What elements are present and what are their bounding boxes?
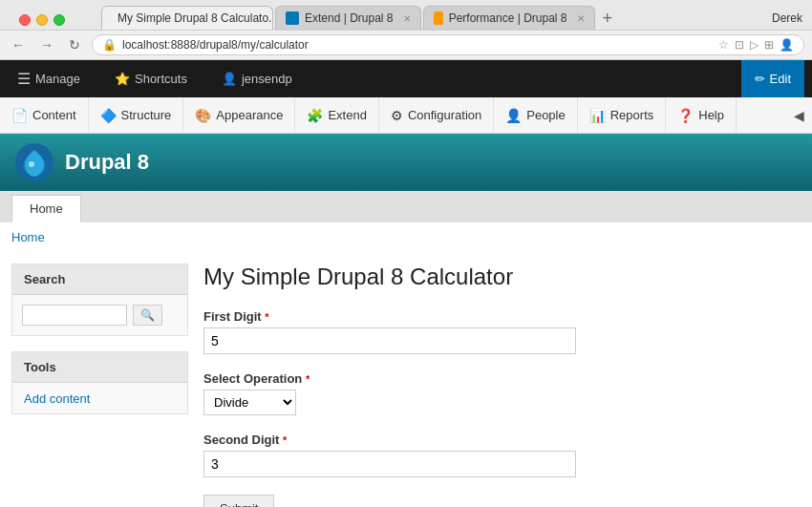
first-digit-group: First Digit * (203, 309, 801, 354)
tab-favicon-2 (286, 11, 299, 25)
nav-appearance[interactable]: 🎨 Appearance (183, 97, 295, 133)
main-content: My Simple Drupal 8 Calculator First Digi… (203, 264, 801, 507)
tab-close-2[interactable]: ✕ (403, 13, 411, 24)
account-icon[interactable]: 👤 (780, 38, 794, 52)
nav-content[interactable]: 📄 Content (0, 97, 89, 133)
manage-label: Manage (35, 72, 80, 86)
bookmark-icon[interactable]: ☆ (718, 38, 729, 52)
lock-icon: 🔒 (102, 38, 117, 52)
second-digit-input[interactable] (203, 451, 576, 477)
svg-point-1 (29, 161, 34, 167)
admin-toolbar: ☰ Manage ⭐ Shortcuts 👤 jensendp ✏ Edit (0, 60, 812, 97)
home-tab[interactable]: Home (11, 195, 81, 222)
second-digit-required: * (283, 434, 287, 446)
nav-help[interactable]: ❓ Help (666, 97, 737, 133)
admin-toolbar-left: ☰ Manage ⭐ Shortcuts 👤 jensendp (8, 62, 741, 95)
tools-block-title: Tools (12, 352, 187, 383)
reader-icon[interactable]: ⊡ (735, 38, 744, 52)
tab-bar: My Simple Drupal 8 Calculato... ✕ Extend… (94, 6, 745, 30)
first-digit-required: * (265, 311, 268, 323)
address-text: localhost:8888/drupal8/my/calculator (122, 38, 713, 52)
shortcuts-menu-item[interactable]: ⭐ Shortcuts (105, 64, 197, 94)
nav-people[interactable]: 👤 People (494, 97, 577, 133)
collapse-icon: ◀ (794, 108, 804, 123)
tab-2[interactable]: Extend | Drupal 8 ✕ (275, 6, 421, 30)
reports-icon: 📊 (589, 108, 606, 123)
user-label: jensendp (242, 72, 292, 86)
second-digit-label: Second Digit * (203, 433, 801, 447)
content-label: Content (32, 108, 76, 122)
home-tab-label: Home (30, 201, 63, 216)
tools-block: Tools Add content (11, 351, 188, 414)
first-digit-input[interactable] (203, 327, 576, 354)
nav-structure[interactable]: 🔷 Structure (89, 97, 184, 133)
help-label: Help (698, 108, 724, 122)
operation-select[interactable]: Divide Multiply Add Subtract (203, 390, 296, 415)
screenshare-icon[interactable]: ▷ (750, 38, 759, 52)
secondary-nav: 📄 Content 🔷 Structure 🎨 Appearance 🧩 Ext… (0, 97, 812, 134)
sidebar-search-form: 🔍 (12, 295, 187, 335)
tab-3[interactable]: Performance | Drupal 8 ✕ (423, 6, 595, 30)
config-icon: ⚙ (391, 108, 403, 123)
druplicon-svg (17, 145, 52, 180)
maximize-button[interactable] (53, 14, 65, 26)
user-icon: 👤 (222, 72, 237, 86)
submit-button[interactable]: Submit (203, 495, 274, 507)
star-icon: ⭐ (115, 72, 130, 86)
operation-required: * (306, 373, 310, 385)
site-name: Drupal 8 (65, 150, 149, 175)
extend-icon: 🧩 (307, 108, 323, 123)
search-block-title: Search (12, 264, 187, 295)
people-icon: 👤 (505, 108, 522, 123)
structure-icon: 🔷 (100, 108, 117, 123)
breadcrumb-home[interactable]: Home (11, 230, 45, 244)
shortcuts-label: Shortcuts (135, 72, 187, 86)
calculator-form: First Digit * Select Operation * Divide … (203, 309, 801, 507)
back-button[interactable]: ← (8, 35, 29, 54)
traffic-lights (10, 7, 75, 30)
appearance-label: Appearance (216, 108, 283, 122)
nav-collapse[interactable]: ◀ (786, 108, 812, 123)
user-menu-item[interactable]: 👤 jensendp (212, 64, 302, 94)
tools-block-content: Add content (12, 383, 187, 413)
nav-reports[interactable]: 📊 Reports (578, 97, 667, 133)
reload-button[interactable]: ↻ (65, 35, 84, 54)
forward-button[interactable]: → (36, 35, 57, 54)
content-icon: 📄 (11, 108, 28, 123)
toolbar-right: ✏ Edit (741, 60, 804, 97)
home-tab-bar: Home (0, 191, 812, 222)
site-header: Drupal 8 (0, 134, 812, 191)
browser-chrome: My Simple Drupal 8 Calculato... ✕ Extend… (0, 0, 812, 60)
address-bar-row: ← → ↻ 🔒 localhost:8888/drupal8/my/calcul… (0, 30, 812, 59)
tab-favicon-3 (434, 11, 443, 25)
grid-icon[interactable]: ⊞ (764, 38, 774, 52)
search-input[interactable] (22, 305, 127, 326)
edit-button[interactable]: ✏ Edit (741, 60, 804, 97)
pencil-icon: ✏ (755, 72, 765, 86)
nav-extend[interactable]: 🧩 Extend (295, 97, 378, 133)
minimize-button[interactable] (36, 14, 48, 26)
breadcrumb: Home (0, 222, 812, 252)
search-button[interactable]: 🔍 (133, 305, 162, 326)
add-content-link[interactable]: Add content (24, 391, 90, 406)
manage-menu-item[interactable]: ☰ Manage (8, 62, 90, 95)
tab-1[interactable]: My Simple Drupal 8 Calculato... ✕ (101, 6, 273, 30)
main-wrapper: Search 🔍 Tools Add content My Simple Dru… (0, 252, 812, 507)
tab-label-2: Extend | Drupal 8 (305, 11, 394, 25)
operation-label: Select Operation * (203, 371, 801, 386)
help-icon: ❓ (677, 108, 694, 123)
first-digit-label: First Digit * (203, 309, 801, 324)
reports-label: Reports (610, 108, 654, 122)
new-tab-button[interactable]: + (597, 10, 619, 27)
tab-label-1: My Simple Drupal 8 Calculato... (118, 11, 273, 25)
submit-group: Submit (203, 495, 801, 507)
nav-configuration[interactable]: ⚙ Configuration (379, 97, 494, 133)
structure-label: Structure (121, 108, 172, 122)
close-button[interactable] (19, 14, 31, 26)
page-title: My Simple Drupal 8 Calculator (203, 264, 801, 290)
operation-group: Select Operation * Divide Multiply Add S… (203, 371, 801, 415)
tab-close-3[interactable]: ✕ (577, 13, 585, 24)
second-digit-group: Second Digit * (203, 433, 801, 477)
hamburger-icon: ☰ (17, 70, 31, 88)
address-bar[interactable]: 🔒 localhost:8888/drupal8/my/calculator ☆… (92, 34, 804, 55)
